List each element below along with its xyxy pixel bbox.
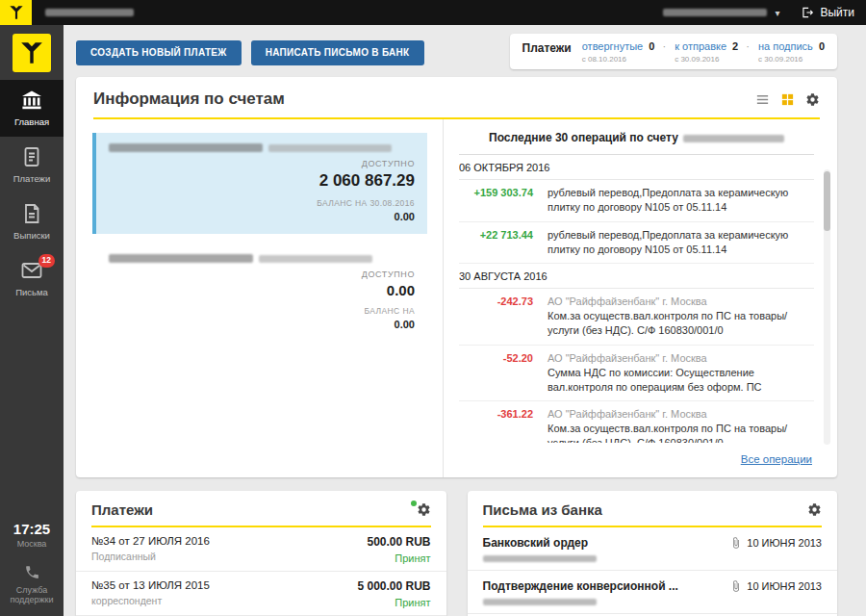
clock-time: 17:25 [0, 521, 64, 537]
operation-row[interactable]: +159 303.74 рублевый перевод,Предоплата … [459, 180, 814, 222]
available-amount: 0.00 [109, 282, 415, 298]
operation-description: рублевый перевод,Предоплата за керамичес… [548, 229, 788, 255]
summary-since: с 30.09.2016 [758, 55, 825, 64]
settings-gear-icon[interactable] [805, 92, 820, 107]
operation-row[interactable]: -242.73 АО "Райффайзенбанк" г. МоскваКом… [459, 289, 814, 346]
sidebar-item-label: Главная [2, 116, 62, 127]
payment-subtitle: корреспондент [91, 595, 210, 606]
summary-item-to-send: к отправке 2 · с 30.09.2016 [675, 40, 750, 64]
sidebar-item-home[interactable]: Главная [0, 80, 64, 137]
list-view-icon[interactable] [755, 92, 770, 107]
operations-date-header: 30 АВГУСТА 2016 [459, 264, 814, 289]
envelope-icon: 12 [19, 259, 44, 282]
bank-icon [19, 89, 44, 112]
operation-row[interactable]: -52.20 АО "Райффайзенбанк" г. МоскваСумм… [459, 346, 814, 402]
accounts-card-title: Информация по счетам [93, 90, 285, 109]
letter-subject: Банковский ордер [483, 536, 597, 550]
letter-subject: Подтверждение конверсионной ... [483, 579, 678, 593]
letters-settings-gear-icon[interactable] [807, 502, 822, 517]
sidebar: Главная Платежи Выписки 12 Письма 17:25 … [0, 25, 64, 616]
logout-icon [801, 6, 814, 19]
available-label: ДОСТУПНО [109, 159, 415, 168]
account-tile-selected[interactable]: ДОСТУПНО 2 060 867.29 БАЛАНС НА 30.08.20… [92, 133, 427, 234]
bank-letters-card: Письма из банка Банковский ордер 10 ИЮНЯ… [468, 491, 838, 616]
chevron-down-icon[interactable]: ▾ [775, 8, 779, 18]
summary-link-to-sign[interactable]: на подпись [758, 40, 813, 52]
payment-subtitle: Подписанный [91, 551, 210, 562]
status-dot-green [411, 500, 417, 506]
raiffeisen-gable-cross-icon [9, 5, 24, 20]
letter-row[interactable]: Подтверждение конверсионной ... 10 ИЮНЯ … [468, 571, 838, 614]
operation-row[interactable]: +22 713.44 рублевый перевод,Предоплата з… [459, 222, 814, 265]
clock-city: Москва [0, 539, 64, 549]
raiffeisen-logo[interactable] [0, 0, 32, 25]
sidebar-item-label: Выписки [2, 230, 62, 241]
payments-card: Платежи №34 от 27 ИЮЛЯ 2016 Подписанный … [76, 491, 446, 616]
balance-label: БАЛАНС НА [109, 306, 415, 316]
payment-row[interactable]: №34 от 27 ИЮЛЯ 2016 Подписанный 500.00 R… [76, 527, 446, 572]
create-payment-button[interactable]: СОЗДАТЬ НОВЫЙ ПЛАТЕЖ [76, 40, 242, 65]
operation-counterparty: АО "Райффайзенбанк" г. Москва [548, 295, 814, 309]
account-name-redacted [268, 144, 392, 152]
grid-view-icon[interactable] [780, 92, 795, 107]
support-link[interactable]: Служба поддержки [0, 564, 64, 616]
unread-letters-badge: 12 [38, 254, 55, 268]
account-number-redacted [109, 143, 263, 152]
letter-date: 10 ИЮНЯ 2013 [747, 580, 822, 592]
app-root: ▾ Выйти Главная Платежи [0, 0, 866, 616]
paperclip-icon [730, 537, 742, 549]
payments-summary-title: Платежи [522, 40, 572, 55]
payment-row[interactable]: №35 от 13 ИЮЛЯ 2015 корреспондент 5 000.… [76, 572, 446, 616]
sidebar-item-payments[interactable]: Платежи [0, 137, 64, 193]
all-operations-link[interactable]: Все операции [741, 453, 812, 465]
support-label: Служба поддержки [0, 585, 64, 604]
operation-counterparty: АО "Райффайзенбанк" г. Москва [548, 351, 814, 366]
operation-description: Сумма НДС по комиссии: Осуществление вал… [548, 367, 762, 393]
balance-amount: 0.00 [109, 319, 415, 330]
operations-scrollbar-thumb[interactable] [824, 171, 830, 231]
raiffeisen-logo-large[interactable] [13, 34, 51, 72]
sidebar-item-label: Платежи [2, 173, 62, 184]
sidebar-item-statements[interactable]: Выписки [0, 193, 64, 250]
payments-card-title: Платежи [91, 501, 153, 518]
payment-status: Принят [357, 597, 430, 608]
payment-amount: 5 000.00 RUB [357, 579, 430, 593]
accounts-list: ДОСТУПНО 2 060 867.29 БАЛАНС НА 30.08.20… [76, 119, 444, 477]
raiffeisen-gable-cross-icon [19, 40, 44, 65]
operation-row[interactable]: -361.22 АО "Райффайзенбанк" г. МоскваКом… [459, 401, 814, 443]
separator-dot: · [663, 40, 667, 52]
summary-since: с 08.10.2016 [582, 55, 666, 64]
operations-date-header: 06 ОКТЯБРЯ 2016 [459, 155, 814, 180]
summary-link-to-send[interactable]: к отправке [675, 40, 726, 52]
letter-date: 10 ИЮНЯ 2013 [747, 537, 822, 549]
logout-button[interactable]: Выйти [801, 6, 854, 19]
statement-document-icon [19, 202, 44, 225]
account-number-redacted [109, 254, 253, 263]
account-tile[interactable]: ДОСТУПНО 0.00 БАЛАНС НА 0.00 [92, 244, 427, 342]
payments-settings-gear-icon[interactable] [417, 502, 431, 517]
operation-counterparty: АО "Райффайзенбанк" г. Москва [548, 407, 814, 422]
summary-link-rejected[interactable]: отвергнутые [582, 40, 644, 52]
summary-item-rejected: отвергнутые 0 · с 08.10.2016 [582, 40, 666, 64]
operation-amount: -52.20 [459, 351, 548, 395]
letter-row[interactable]: Банковский ордер 10 ИЮНЯ 2013 [468, 527, 838, 571]
available-amount: 2 060 867.29 [109, 171, 415, 191]
payment-number: №34 от 27 ИЮЛЯ 2016 [91, 535, 210, 547]
operation-description: Ком.за осуществ.вал.контроля по ПС на то… [548, 310, 787, 336]
payment-status: Принят [367, 552, 430, 564]
sidebar-item-label: Письма [2, 287, 62, 297]
operations-account-redacted [683, 135, 784, 142]
logout-label: Выйти [820, 6, 854, 19]
phone-icon [24, 564, 40, 580]
write-letter-button[interactable]: НАПИСАТЬ ПИСЬМО В БАНК [251, 40, 424, 65]
balance-amount: 0.00 [109, 211, 415, 222]
main-content: СОЗДАТЬ НОВЫЙ ПЛАТЕЖ НАПИСАТЬ ПИСЬМО В Б… [64, 25, 866, 616]
user-name-redacted [663, 9, 767, 16]
sidebar-item-letters[interactable]: 12 Письма [0, 250, 64, 307]
operation-amount: +22 713.44 [459, 228, 548, 257]
company-name-redacted [45, 9, 134, 16]
available-label: ДОСТУПНО [109, 270, 415, 279]
letters-card-title: Письма из банка [483, 501, 602, 518]
summary-count-to-send: 2 [732, 40, 738, 52]
operations-scrollbar[interactable] [824, 169, 830, 445]
